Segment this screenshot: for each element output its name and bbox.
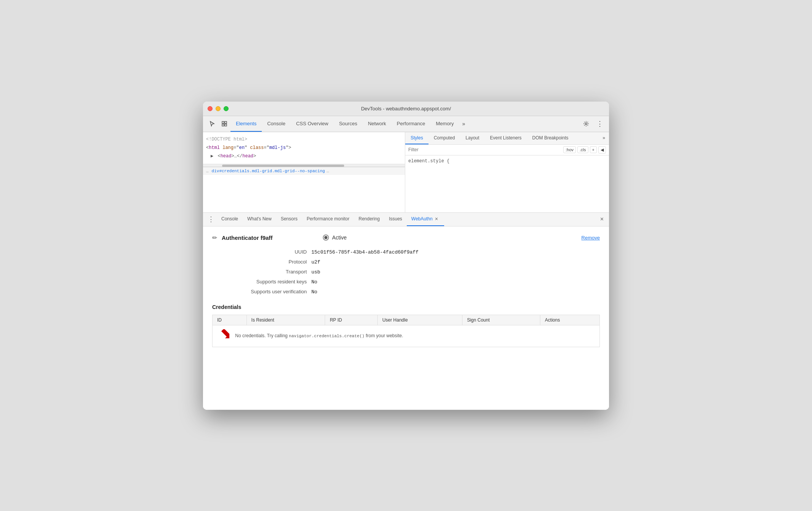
drawer-tab-rendering[interactable]: Rendering [354, 213, 384, 226]
active-indicator: Active [323, 234, 346, 241]
traffic-lights [208, 106, 229, 111]
svg-rect-1 [225, 121, 227, 123]
authenticator-name: Authenticator f9aff [222, 234, 272, 241]
html-tag-line[interactable]: <html lang="en" class="mdl-js"> [203, 144, 405, 152]
col-sign-count: Sign Count [462, 315, 540, 325]
filter-buttons: :hov .cls + ◀ [563, 146, 606, 154]
filter-input[interactable] [408, 147, 560, 152]
top-panels: <!DOCTYPE html> <html lang="en" class="m… [203, 132, 609, 212]
elements-tree: <!DOCTYPE html> <html lang="en" class="m… [203, 132, 405, 164]
svg-rect-0 [222, 121, 224, 123]
authenticator-header: ✏ Authenticator f9aff Active Remove [212, 234, 600, 241]
red-arrow-icon [217, 329, 231, 343]
doctype-line[interactable]: <!DOCTYPE html> [203, 135, 405, 144]
remove-button[interactable]: Remove [582, 235, 600, 241]
transport-value: usb [311, 269, 320, 275]
col-is-resident: Is Resident [246, 315, 325, 325]
main-area: <!DOCTYPE html> <html lang="en" class="m… [203, 132, 609, 410]
inspect-icon-btn[interactable] [218, 118, 230, 130]
inspect-icon [221, 121, 227, 127]
hov-button[interactable]: :hov [563, 146, 576, 153]
cursor-icon [209, 121, 215, 127]
back-button[interactable]: ◀ [598, 146, 606, 154]
tab-sources[interactable]: Sources [334, 116, 362, 132]
drawer-tab-whats-new[interactable]: What's New [243, 213, 276, 226]
col-rp-id: RP ID [325, 315, 377, 325]
protocol-label: Protocol [227, 259, 311, 265]
maximize-button[interactable] [224, 106, 229, 111]
cls-button[interactable]: .cls [577, 146, 588, 153]
drawer-tab-console[interactable]: Console [217, 213, 243, 226]
uuid-value: 15c01f56-785f-43b4-ab58-4facd60f9aff [311, 249, 419, 255]
horizontal-scrollbar[interactable] [203, 164, 405, 167]
col-user-handle: User Handle [377, 315, 462, 325]
active-text: Active [332, 234, 346, 241]
protocol-row: Protocol u2f [227, 259, 600, 265]
settings-icon-btn[interactable] [580, 118, 592, 130]
breadcrumb: … div#credentials.mdl-grid.mdl-grid--no-… [203, 167, 405, 175]
scrollbar-thumb[interactable] [222, 165, 344, 167]
user-verification-label: Supports user verification [227, 289, 311, 294]
table-header-row: ID Is Resident RP ID User Handle Sign Co… [213, 315, 600, 325]
transport-label: Transport [227, 269, 311, 275]
credentials-title: Credentials [212, 304, 600, 310]
svg-point-4 [585, 123, 587, 125]
table-body: No credentials. Try calling navigator.cr… [213, 325, 600, 347]
col-id: ID [213, 315, 247, 325]
drawer-tab-sensors[interactable]: Sensors [276, 213, 302, 226]
title-bar: DevTools - webauthndemo.appspot.com/ [203, 102, 609, 116]
vertical-dots-icon: ⋮ [596, 120, 603, 127]
uuid-label: UUID [227, 249, 311, 255]
styles-content: element.style { [405, 155, 609, 167]
active-radio[interactable] [323, 234, 329, 241]
no-credentials-message: No credentials. Try calling navigator.cr… [217, 333, 403, 338]
close-button[interactable] [208, 106, 213, 111]
more-style-tabs[interactable]: » [599, 132, 609, 144]
tab-event-listeners[interactable]: Event Listeners [485, 132, 527, 144]
tab-css-overview[interactable]: CSS Overview [291, 116, 334, 132]
edit-icon[interactable]: ✏ [212, 234, 217, 241]
svg-rect-2 [222, 124, 224, 126]
close-drawer-icon[interactable]: × [597, 216, 607, 223]
element-style-text: element.style { [408, 158, 450, 164]
tab-performance[interactable]: Performance [392, 116, 430, 132]
protocol-value: u2f [311, 259, 320, 265]
drawer-tab-webauthn[interactable]: WebAuthn × [407, 213, 444, 226]
elements-panel: <!DOCTYPE html> <html lang="en" class="m… [203, 132, 405, 212]
resident-keys-row: Supports resident keys No [227, 279, 600, 285]
tab-elements[interactable]: Elements [230, 116, 262, 132]
triangle-icon: ▶ [211, 154, 213, 159]
devtools-tabs: Elements Console CSS Overview Sources Ne… [230, 116, 580, 132]
tab-layout[interactable]: Layout [460, 132, 485, 144]
add-style-button[interactable]: + [590, 146, 597, 153]
tab-network[interactable]: Network [362, 116, 392, 132]
close-webauthn-tab-icon[interactable]: × [433, 216, 440, 222]
no-credentials-cell: No credentials. Try calling navigator.cr… [213, 325, 600, 347]
head-tag-line[interactable]: ▶ <head>…</head> [203, 152, 405, 160]
tab-console[interactable]: Console [262, 116, 291, 132]
drawer-tabs: ⋮ Console What's New Sensors Performance… [203, 213, 609, 226]
radio-inner [324, 236, 327, 239]
more-options-icon-btn[interactable]: ⋮ [594, 118, 606, 130]
toolbar-right: ⋮ [580, 118, 606, 130]
settings-icon [583, 121, 589, 127]
more-tabs-icon[interactable]: » [459, 121, 468, 127]
tab-styles[interactable]: Styles [405, 132, 429, 144]
drawer-more-icon[interactable]: ⋮ [205, 215, 217, 223]
drawer: ⋮ Console What's New Sensors Performance… [203, 212, 609, 410]
drawer-tab-issues[interactable]: Issues [384, 213, 407, 226]
user-verification-row: Supports user verification No [227, 289, 600, 295]
authenticator-details: UUID 15c01f56-785f-43b4-ab58-4facd60f9af… [227, 249, 600, 295]
user-verification-value: No [311, 289, 317, 295]
tab-computed[interactable]: Computed [429, 132, 460, 144]
devtools-window: DevTools - webauthndemo.appspot.com/ Ele… [203, 102, 609, 410]
table-head: ID Is Resident RP ID User Handle Sign Co… [213, 315, 600, 325]
cursor-icon-btn[interactable] [206, 118, 218, 130]
doctype-text: <!DOCTYPE html> [206, 137, 247, 142]
drawer-tab-performance-monitor[interactable]: Performance monitor [302, 213, 354, 226]
tab-dom-breakpoints[interactable]: DOM Breakpoints [527, 132, 574, 144]
no-credentials-row: No credentials. Try calling navigator.cr… [213, 325, 600, 347]
tab-memory[interactable]: Memory [430, 116, 459, 132]
resident-keys-value: No [311, 279, 317, 285]
minimize-button[interactable] [216, 106, 221, 111]
